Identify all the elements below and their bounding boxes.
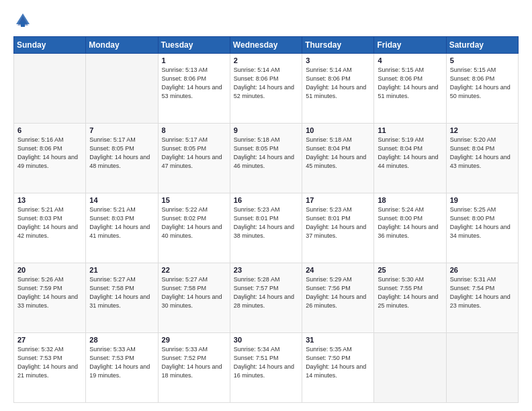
- day-info: Sunrise: 5:23 AMSunset: 8:01 PMDaylight:…: [306, 205, 370, 240]
- day-number: 10: [306, 126, 370, 134]
- day-info: Sunrise: 5:17 AMSunset: 8:05 PMDaylight:…: [89, 136, 154, 171]
- day-info: Sunrise: 5:16 AMSunset: 8:06 PMDaylight:…: [17, 136, 82, 171]
- calendar-week-row: 20Sunrise: 5:26 AMSunset: 7:59 PMDayligh…: [14, 263, 519, 333]
- day-info: Sunrise: 5:17 AMSunset: 8:05 PMDaylight:…: [162, 136, 226, 171]
- day-info: Sunrise: 5:21 AMSunset: 8:03 PMDaylight:…: [17, 205, 82, 240]
- day-number: 24: [306, 266, 370, 274]
- calendar-cell: 7Sunrise: 5:17 AMSunset: 8:05 PMDaylight…: [86, 124, 158, 193]
- day-info: Sunrise: 5:28 AMSunset: 7:57 PMDaylight:…: [234, 275, 298, 310]
- day-number: 6: [17, 126, 82, 134]
- day-number: 30: [234, 336, 298, 344]
- day-info: Sunrise: 5:34 AMSunset: 7:51 PMDaylight:…: [234, 345, 298, 380]
- day-number: 19: [450, 196, 515, 204]
- calendar-cell: 6Sunrise: 5:16 AMSunset: 8:06 PMDaylight…: [14, 124, 86, 193]
- day-info: Sunrise: 5:29 AMSunset: 7:56 PMDaylight:…: [306, 275, 370, 310]
- day-info: Sunrise: 5:27 AMSunset: 7:58 PMDaylight:…: [89, 275, 154, 310]
- calendar-cell: 15Sunrise: 5:22 AMSunset: 8:02 PMDayligh…: [158, 193, 230, 263]
- day-info: Sunrise: 5:14 AMSunset: 8:06 PMDaylight:…: [306, 66, 370, 101]
- day-number: 21: [89, 266, 154, 274]
- day-info: Sunrise: 5:26 AMSunset: 7:59 PMDaylight:…: [17, 275, 82, 310]
- weekday-header: Friday: [374, 37, 446, 54]
- day-info: Sunrise: 5:14 AMSunset: 8:06 PMDaylight:…: [234, 66, 298, 101]
- day-number: 3: [306, 56, 370, 64]
- calendar-header-row: SundayMondayTuesdayWednesdayThursdayFrid…: [14, 37, 519, 54]
- calendar-cell: [86, 54, 158, 124]
- day-number: 18: [378, 196, 442, 204]
- calendar-cell: [14, 54, 86, 124]
- day-number: 13: [17, 196, 82, 204]
- page: SundayMondayTuesdayWednesdayThursdayFrid…: [0, 0, 532, 411]
- day-info: Sunrise: 5:15 AMSunset: 8:06 PMDaylight:…: [450, 66, 515, 101]
- day-info: Sunrise: 5:20 AMSunset: 8:04 PMDaylight:…: [450, 136, 515, 171]
- day-info: Sunrise: 5:18 AMSunset: 8:05 PMDaylight:…: [234, 136, 298, 171]
- calendar-cell: 25Sunrise: 5:30 AMSunset: 7:55 PMDayligh…: [374, 263, 446, 333]
- calendar-week-row: 27Sunrise: 5:32 AMSunset: 7:53 PMDayligh…: [14, 333, 519, 403]
- day-number: 27: [17, 336, 82, 344]
- calendar-cell: 29Sunrise: 5:33 AMSunset: 7:52 PMDayligh…: [158, 333, 230, 403]
- day-number: 1: [162, 56, 226, 64]
- day-info: Sunrise: 5:31 AMSunset: 7:54 PMDaylight:…: [450, 275, 515, 310]
- calendar-cell: 11Sunrise: 5:19 AMSunset: 8:04 PMDayligh…: [374, 124, 446, 193]
- calendar-cell: 8Sunrise: 5:17 AMSunset: 8:05 PMDaylight…: [158, 124, 230, 193]
- calendar-cell: 31Sunrise: 5:35 AMSunset: 7:50 PMDayligh…: [302, 333, 374, 403]
- logo: [13, 11, 35, 30]
- calendar-cell: 16Sunrise: 5:23 AMSunset: 8:01 PMDayligh…: [230, 193, 302, 263]
- calendar-cell: 20Sunrise: 5:26 AMSunset: 7:59 PMDayligh…: [14, 263, 86, 333]
- day-info: Sunrise: 5:32 AMSunset: 7:53 PMDaylight:…: [17, 345, 82, 380]
- day-info: Sunrise: 5:33 AMSunset: 7:53 PMDaylight:…: [89, 345, 154, 380]
- calendar-cell: 17Sunrise: 5:23 AMSunset: 8:01 PMDayligh…: [302, 193, 374, 263]
- calendar-cell: 4Sunrise: 5:15 AMSunset: 8:06 PMDaylight…: [374, 54, 446, 124]
- day-number: 16: [234, 196, 298, 204]
- logo-icon: [13, 11, 32, 30]
- day-number: 5: [450, 56, 515, 64]
- calendar-cell: 14Sunrise: 5:21 AMSunset: 8:03 PMDayligh…: [86, 193, 158, 263]
- day-info: Sunrise: 5:27 AMSunset: 7:58 PMDaylight:…: [162, 275, 226, 310]
- weekday-header: Saturday: [446, 37, 518, 54]
- calendar-cell: 5Sunrise: 5:15 AMSunset: 8:06 PMDaylight…: [446, 54, 518, 124]
- day-number: 26: [450, 266, 515, 274]
- calendar-cell: [446, 333, 518, 403]
- calendar-cell: 28Sunrise: 5:33 AMSunset: 7:53 PMDayligh…: [86, 333, 158, 403]
- day-number: 23: [234, 266, 298, 274]
- header: [13, 11, 519, 30]
- day-info: Sunrise: 5:33 AMSunset: 7:52 PMDaylight:…: [162, 345, 226, 380]
- day-number: 15: [162, 196, 226, 204]
- calendar-cell: 10Sunrise: 5:18 AMSunset: 8:04 PMDayligh…: [302, 124, 374, 193]
- weekday-header: Wednesday: [230, 37, 302, 54]
- day-number: 20: [17, 266, 82, 274]
- day-number: 9: [234, 126, 298, 134]
- day-number: 4: [378, 56, 442, 64]
- calendar-table: SundayMondayTuesdayWednesdayThursdayFrid…: [13, 36, 519, 403]
- day-info: Sunrise: 5:24 AMSunset: 8:00 PMDaylight:…: [378, 205, 442, 240]
- day-number: 8: [162, 126, 226, 134]
- weekday-header: Sunday: [14, 37, 86, 54]
- day-number: 28: [89, 336, 154, 344]
- day-number: 17: [306, 196, 370, 204]
- calendar-cell: 18Sunrise: 5:24 AMSunset: 8:00 PMDayligh…: [374, 193, 446, 263]
- calendar-cell: 24Sunrise: 5:29 AMSunset: 7:56 PMDayligh…: [302, 263, 374, 333]
- weekday-header: Monday: [86, 37, 158, 54]
- weekday-header: Tuesday: [158, 37, 230, 54]
- day-number: 31: [306, 336, 370, 344]
- weekday-header: Thursday: [302, 37, 374, 54]
- calendar-cell: 21Sunrise: 5:27 AMSunset: 7:58 PMDayligh…: [86, 263, 158, 333]
- calendar-cell: 3Sunrise: 5:14 AMSunset: 8:06 PMDaylight…: [302, 54, 374, 124]
- calendar-cell: 2Sunrise: 5:14 AMSunset: 8:06 PMDaylight…: [230, 54, 302, 124]
- calendar-week-row: 6Sunrise: 5:16 AMSunset: 8:06 PMDaylight…: [14, 124, 519, 193]
- day-number: 2: [234, 56, 298, 64]
- day-info: Sunrise: 5:19 AMSunset: 8:04 PMDaylight:…: [378, 136, 442, 171]
- svg-rect-3: [21, 21, 25, 27]
- calendar-cell: 22Sunrise: 5:27 AMSunset: 7:58 PMDayligh…: [158, 263, 230, 333]
- day-info: Sunrise: 5:23 AMSunset: 8:01 PMDaylight:…: [234, 205, 298, 240]
- day-number: 22: [162, 266, 226, 274]
- calendar-week-row: 13Sunrise: 5:21 AMSunset: 8:03 PMDayligh…: [14, 193, 519, 263]
- day-number: 11: [378, 126, 442, 134]
- day-info: Sunrise: 5:21 AMSunset: 8:03 PMDaylight:…: [89, 205, 154, 240]
- calendar-cell: 30Sunrise: 5:34 AMSunset: 7:51 PMDayligh…: [230, 333, 302, 403]
- calendar-cell: 26Sunrise: 5:31 AMSunset: 7:54 PMDayligh…: [446, 263, 518, 333]
- day-info: Sunrise: 5:13 AMSunset: 8:06 PMDaylight:…: [162, 66, 226, 101]
- day-number: 12: [450, 126, 515, 134]
- day-info: Sunrise: 5:18 AMSunset: 8:04 PMDaylight:…: [306, 136, 370, 171]
- day-info: Sunrise: 5:15 AMSunset: 8:06 PMDaylight:…: [378, 66, 442, 101]
- day-number: 7: [89, 126, 154, 134]
